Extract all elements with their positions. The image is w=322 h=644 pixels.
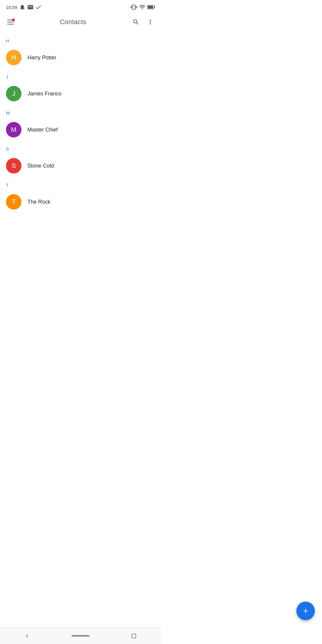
section-letter-h: H [0, 33, 161, 46]
status-icons [19, 4, 42, 10]
wifi-icon [139, 4, 145, 10]
section-t: TTThe Rock [0, 178, 161, 214]
check-icon [35, 4, 42, 10]
avatar: S [6, 158, 21, 174]
section-s: SSStone Cold [0, 142, 161, 178]
section-letter-m: M [0, 106, 161, 118]
contact-name: Master Chief [27, 127, 58, 133]
search-button[interactable] [130, 16, 142, 28]
list-item[interactable]: SStone Cold [0, 154, 161, 178]
menu-button[interactable] [5, 17, 16, 27]
search-icon [132, 18, 140, 26]
status-bar-right [131, 4, 155, 10]
section-letter-j: J [0, 69, 161, 82]
contacts-list: HHHarry PotterJJJames FrancoMMMaster Chi… [0, 31, 161, 216]
list-item[interactable]: MMaster Chief [0, 118, 161, 142]
email-icon [27, 4, 34, 10]
more-vert-icon [147, 18, 154, 26]
avatar: M [6, 122, 21, 137]
section-letter-s: S [0, 142, 161, 154]
contact-name: The Rock [27, 199, 50, 205]
vibrate-icon [131, 4, 137, 10]
battery-icon [147, 5, 155, 9]
section-h: HHHarry Potter [0, 33, 161, 69]
list-item[interactable]: HHarry Potter [0, 46, 161, 69]
avatar: H [6, 50, 21, 65]
notification-dot [12, 18, 15, 21]
contact-name: James Franco [27, 91, 61, 97]
avatar: T [6, 194, 21, 210]
avatar: J [6, 86, 21, 101]
contact-name: Stone Cold [27, 163, 54, 169]
section-m: MMMaster Chief [0, 106, 161, 142]
app-bar-actions [130, 16, 156, 28]
section-letter-t: T [0, 178, 161, 190]
list-item[interactable]: JJames Franco [0, 82, 161, 106]
notification-icon [19, 4, 26, 10]
more-options-button[interactable] [144, 16, 156, 28]
status-bar-left: 10:59 [6, 4, 42, 10]
status-bar: 10:59 [0, 0, 161, 13]
section-j: JJJames Franco [0, 69, 161, 106]
contact-name: Harry Potter [27, 55, 56, 61]
svg-rect-2 [148, 6, 153, 9]
app-bar: Contacts [0, 13, 161, 31]
svg-rect-1 [154, 6, 155, 8]
list-item[interactable]: TThe Rock [0, 190, 161, 214]
page-title: Contacts [60, 18, 86, 26]
status-time: 10:59 [6, 5, 17, 10]
